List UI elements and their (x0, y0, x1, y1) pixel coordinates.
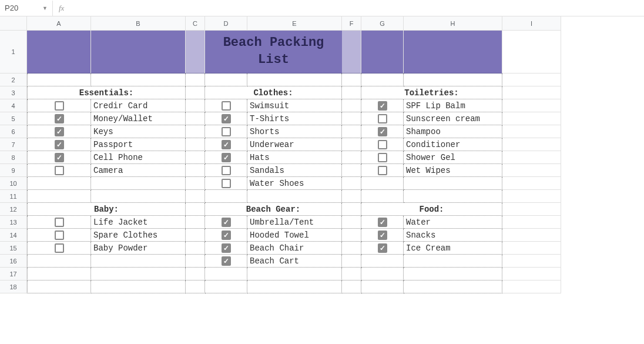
cell-E14[interactable]: Hooded Towel (247, 229, 342, 242)
cell-G13[interactable] (361, 216, 404, 229)
checkbox[interactable] (378, 114, 387, 123)
cell-D17[interactable] (205, 268, 247, 280)
cell-B17[interactable] (91, 268, 186, 280)
row-header-5[interactable]: 5 (0, 112, 27, 125)
row-header-17[interactable]: 17 (0, 268, 27, 280)
cell-B2[interactable] (91, 74, 186, 86)
checkbox[interactable] (222, 153, 231, 162)
row-header-4[interactable]: 4 (0, 99, 27, 112)
cell-E9[interactable]: Sandals (247, 164, 342, 177)
cell-G7[interactable] (361, 138, 404, 151)
row-header-13[interactable]: 13 (0, 216, 27, 229)
checkbox[interactable] (222, 101, 231, 111)
cell-F15[interactable] (342, 242, 361, 255)
checkbox[interactable] (55, 140, 64, 149)
section-heading[interactable]: Beach Gear: (205, 203, 342, 216)
section-heading[interactable]: Food: (361, 203, 502, 216)
cell-B4[interactable]: Credir Card (91, 99, 186, 112)
column-header-A[interactable]: A (27, 16, 91, 31)
cell-F11[interactable] (342, 190, 361, 203)
cell-D4[interactable] (205, 99, 247, 112)
chevron-down-icon[interactable]: ▼ (42, 5, 48, 11)
column-header-I[interactable]: I (502, 16, 561, 31)
column-header-C[interactable]: C (186, 16, 205, 31)
cell-C6[interactable] (186, 125, 205, 138)
row-header-10[interactable]: 10 (0, 177, 27, 190)
cell-C17[interactable] (186, 268, 205, 280)
cell-H4[interactable]: SPF Lip Balm (404, 99, 502, 112)
cell-C3[interactable] (186, 86, 205, 99)
cell-A16[interactable] (27, 255, 91, 268)
cell-C12[interactable] (186, 203, 205, 216)
checkbox[interactable] (378, 218, 387, 227)
checkbox[interactable] (378, 101, 387, 111)
cell-D13[interactable] (205, 216, 247, 229)
cell-C18[interactable] (186, 280, 205, 293)
cell-H7[interactable]: Conditioner (404, 138, 502, 151)
cell-I11[interactable] (502, 190, 561, 203)
cell-H10[interactable] (404, 177, 502, 190)
checkbox[interactable] (55, 101, 64, 111)
cell-A4[interactable] (27, 99, 91, 112)
cell-C14[interactable] (186, 229, 205, 242)
checkbox[interactable] (378, 166, 387, 175)
checkbox[interactable] (222, 140, 231, 149)
checkbox[interactable] (378, 231, 387, 240)
cell-I15[interactable] (502, 242, 561, 255)
cell-D5[interactable] (205, 112, 247, 125)
cell-E2[interactable] (247, 74, 342, 86)
cell-C16[interactable] (186, 255, 205, 268)
cell-G15[interactable] (361, 242, 404, 255)
checkbox[interactable] (222, 231, 231, 240)
corner-cell[interactable] (0, 16, 27, 31)
cell-B16[interactable] (91, 255, 186, 268)
cell-F5[interactable] (342, 112, 361, 125)
cell-I8[interactable] (502, 151, 561, 164)
cell-E13[interactable]: Umbrella/Tent (247, 216, 342, 229)
row-header-11[interactable]: 11 (0, 190, 27, 203)
row-header-3[interactable]: 3 (0, 86, 27, 99)
cell-E16[interactable]: Beach Cart (247, 255, 342, 268)
cell-E11[interactable] (247, 190, 342, 203)
cell-A2[interactable] (27, 74, 91, 86)
cell-B1[interactable] (91, 31, 186, 74)
cell-G8[interactable] (361, 151, 404, 164)
name-box[interactable]: P20 ▼ (0, 1, 53, 16)
cell-A1[interactable] (27, 31, 91, 74)
row-header-18[interactable]: 18 (0, 280, 27, 293)
cell-B6[interactable]: Keys (91, 125, 186, 138)
checkbox[interactable] (378, 140, 387, 149)
cell-I16[interactable] (502, 255, 561, 268)
cell-G11[interactable] (361, 190, 404, 203)
cell-F8[interactable] (342, 151, 361, 164)
cell-B5[interactable]: Money/Wallet (91, 112, 186, 125)
checkbox[interactable] (55, 127, 64, 136)
cell-I5[interactable] (502, 112, 561, 125)
cell-H8[interactable]: Shower Gel (404, 151, 502, 164)
cell-I18[interactable] (502, 280, 561, 293)
cell-D15[interactable] (205, 242, 247, 255)
cell-F7[interactable] (342, 138, 361, 151)
cell-A7[interactable] (27, 138, 91, 151)
cell-D11[interactable] (205, 190, 247, 203)
cell-C9[interactable] (186, 164, 205, 177)
cell-F2[interactable] (342, 74, 361, 86)
title-cell[interactable]: Beach Packing List (205, 31, 342, 74)
checkbox[interactable] (378, 127, 387, 136)
cell-E18[interactable] (247, 280, 342, 293)
cell-A10[interactable] (27, 177, 91, 190)
cell-C1[interactable] (186, 31, 205, 74)
cell-E7[interactable]: Underwear (247, 138, 342, 151)
cell-I17[interactable] (502, 268, 561, 280)
cell-H16[interactable] (404, 255, 502, 268)
cell-I4[interactable] (502, 99, 561, 112)
checkbox[interactable] (378, 153, 387, 162)
cell-A15[interactable] (27, 242, 91, 255)
cell-I1[interactable] (502, 31, 561, 74)
row-header-16[interactable]: 16 (0, 255, 27, 268)
cell-B18[interactable] (91, 280, 186, 293)
cell-B11[interactable] (91, 190, 186, 203)
checkbox[interactable] (222, 127, 231, 136)
cell-D14[interactable] (205, 229, 247, 242)
cell-H17[interactable] (404, 268, 502, 280)
